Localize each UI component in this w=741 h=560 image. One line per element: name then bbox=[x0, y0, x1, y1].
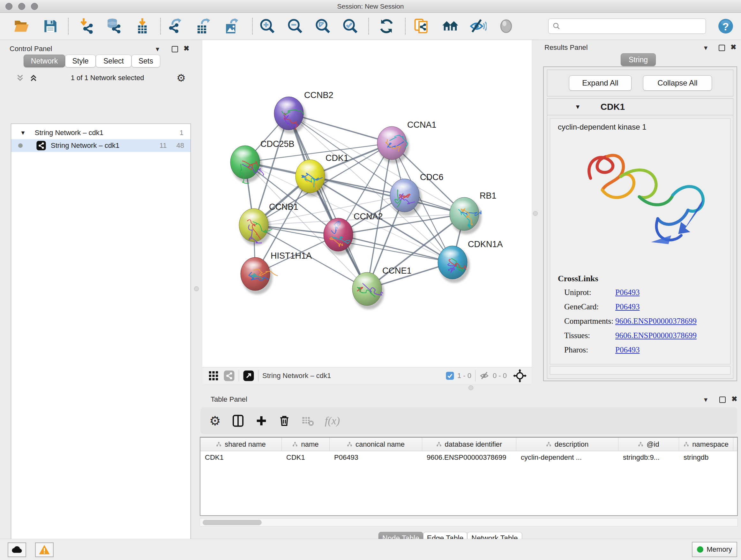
grid-view-icon[interactable] bbox=[208, 370, 219, 381]
crosslink-value[interactable]: 9606.ENSP00000378699 bbox=[615, 317, 697, 326]
network-node-CDK1[interactable]: CDK1 bbox=[295, 153, 348, 197]
warnings-button[interactable] bbox=[35, 543, 54, 557]
table-hscrollbar[interactable] bbox=[200, 518, 738, 526]
network-tree-root-row[interactable]: ▼ String Network – cdk1 1 bbox=[11, 126, 191, 139]
splitter-handle[interactable] bbox=[533, 211, 538, 216]
collapse-arrow-icon[interactable]: ▼ bbox=[575, 104, 581, 111]
tree-expand-arrow-icon[interactable]: ▼ bbox=[20, 130, 26, 136]
import-database-button[interactable] bbox=[104, 17, 122, 35]
crosslink-value[interactable]: P06493 bbox=[615, 288, 697, 297]
control-panel-menu-arrow[interactable]: ▾ bbox=[156, 45, 159, 53]
column-header[interactable]: canonical name bbox=[330, 438, 422, 451]
first-neighbors-button[interactable] bbox=[441, 17, 459, 35]
statusbar-separator bbox=[475, 370, 475, 381]
network-canvas[interactable]: CCNB2CCNA1CDC25BCDK1CDC6RB1CCNB1CCNA2CDK… bbox=[202, 40, 532, 367]
control-panel-close-button[interactable]: ✖ bbox=[184, 44, 189, 53]
collapse-all-button[interactable]: Collapse All bbox=[643, 75, 712, 91]
network-node-HIST1H1A[interactable]: HIST1H1A bbox=[241, 251, 312, 294]
network-tree-child-row[interactable]: String Network – cdk1 11 48 bbox=[11, 139, 191, 152]
network-badge-gray-icon[interactable] bbox=[223, 370, 235, 381]
export-table-button[interactable] bbox=[194, 17, 212, 35]
collapse-all-icon[interactable] bbox=[15, 73, 25, 83]
show-all-button[interactable] bbox=[497, 17, 515, 35]
column-header[interactable]: database identifier bbox=[422, 438, 516, 451]
tab-style[interactable]: Style bbox=[65, 55, 96, 67]
birdseye-navigator-icon[interactable] bbox=[513, 369, 527, 382]
hidden-eye-slash-icon[interactable] bbox=[479, 370, 490, 381]
export-image-button[interactable] bbox=[222, 17, 240, 35]
tab-string[interactable]: String bbox=[621, 53, 656, 66]
table-cell[interactable]: P06493 bbox=[330, 451, 422, 464]
search-input[interactable] bbox=[563, 22, 700, 30]
results-panel-title: Results Panel bbox=[544, 44, 588, 52]
column-header[interactable]: @id bbox=[618, 438, 679, 451]
network-node-CDC6[interactable]: CDC6 bbox=[390, 172, 444, 216]
network-node-CDKN1A[interactable]: CDKN1A bbox=[438, 240, 503, 283]
result-gene-name: CDK1 bbox=[601, 102, 625, 112]
column-type-icon bbox=[292, 442, 298, 447]
column-header[interactable]: namespace bbox=[679, 438, 733, 451]
column-header[interactable]: shared name bbox=[200, 438, 282, 451]
toolbar-separator bbox=[405, 18, 406, 35]
apply-layout-button[interactable] bbox=[378, 17, 395, 35]
network-options-gear-icon[interactable]: ⚙ bbox=[177, 72, 186, 84]
create-column-plus-icon[interactable] bbox=[255, 415, 267, 427]
show-columns-icon[interactable] bbox=[232, 415, 245, 427]
table-cell[interactable]: 9606.ENSP00000378699 bbox=[422, 451, 516, 464]
results-scroll-strip[interactable] bbox=[550, 366, 731, 374]
control-panel-float-button[interactable] bbox=[172, 46, 178, 52]
result-card-header[interactable]: ▼ CDK1 bbox=[547, 99, 733, 115]
tab-network[interactable]: Network bbox=[23, 55, 65, 67]
hide-selected-button[interactable] bbox=[469, 17, 487, 35]
table-hscrollbar-thumb[interactable] bbox=[203, 520, 262, 525]
table-cell[interactable]: cyclin-dependent ... bbox=[516, 451, 618, 464]
cloud-button[interactable] bbox=[8, 543, 26, 557]
expand-all-button[interactable]: Expand All bbox=[569, 75, 631, 91]
zoom-in-button[interactable] bbox=[259, 17, 276, 35]
horizontal-splitter[interactable] bbox=[194, 384, 741, 392]
zoom-out-button[interactable] bbox=[286, 17, 304, 35]
delete-column-trash-icon[interactable] bbox=[278, 415, 290, 427]
network-collection-label: String Network – cdk1 bbox=[35, 129, 104, 137]
import-network-button[interactable] bbox=[77, 17, 95, 35]
results-panel-menu-arrow[interactable]: ▾ bbox=[704, 44, 708, 52]
table-panel-close-button[interactable]: ✖ bbox=[731, 395, 737, 403]
export-network-button[interactable] bbox=[166, 17, 184, 35]
zoom-fit-button[interactable] bbox=[314, 17, 332, 35]
network-node-RB1[interactable]: RB1 bbox=[450, 191, 496, 234]
table-row[interactable]: CDK1CDK1P064939606.ENSP00000378699cyclin… bbox=[200, 451, 737, 464]
right-splitter[interactable] bbox=[532, 40, 539, 384]
save-session-button[interactable] bbox=[42, 17, 59, 35]
network-node-CCNE1[interactable]: CCNE1 bbox=[352, 266, 412, 309]
column-header[interactable]: description bbox=[516, 438, 618, 451]
help-button[interactable]: ? bbox=[717, 17, 735, 35]
network-from-selection-button[interactable] bbox=[413, 17, 431, 35]
detach-view-icon[interactable] bbox=[243, 370, 254, 381]
crosslink-value[interactable]: P06493 bbox=[615, 346, 697, 354]
open-session-button[interactable] bbox=[13, 17, 30, 35]
table-panel-float-button[interactable] bbox=[719, 396, 726, 403]
network-node-CDC25B[interactable]: CDC25B bbox=[230, 139, 294, 183]
zoom-selected-button[interactable] bbox=[341, 17, 359, 35]
results-panel-close-button[interactable]: ✖ bbox=[731, 43, 736, 51]
table-cell[interactable]: stringdb bbox=[679, 451, 733, 464]
expand-all-icon[interactable] bbox=[29, 73, 38, 83]
column-header[interactable]: name bbox=[282, 438, 330, 451]
table-settings-gear-icon[interactable]: ⚙ bbox=[209, 414, 221, 428]
crosslink-value[interactable]: P06493 bbox=[615, 302, 697, 311]
network-edge[interactable] bbox=[289, 113, 367, 289]
tab-select[interactable]: Select bbox=[96, 55, 131, 67]
table-cell[interactable]: CDK1 bbox=[282, 451, 330, 464]
memory-button[interactable]: Memory bbox=[692, 542, 737, 557]
splitter-handle[interactable] bbox=[468, 385, 473, 390]
tab-sets[interactable]: Sets bbox=[131, 55, 160, 67]
table-cell[interactable]: CDK1 bbox=[200, 451, 282, 464]
network-node-CCNB1[interactable]: CCNB1 bbox=[239, 202, 298, 246]
crosslink-value[interactable]: 9606.ENSP00000378699 bbox=[615, 331, 697, 340]
results-panel-float-button[interactable] bbox=[719, 45, 725, 51]
selected-checkbox-icon[interactable] bbox=[445, 371, 455, 381]
splitter-handle[interactable] bbox=[194, 287, 199, 291]
table-panel-menu-arrow[interactable]: ▾ bbox=[704, 395, 708, 404]
table-cell[interactable]: stringdb:9... bbox=[618, 451, 679, 464]
import-table-button[interactable] bbox=[133, 17, 151, 35]
